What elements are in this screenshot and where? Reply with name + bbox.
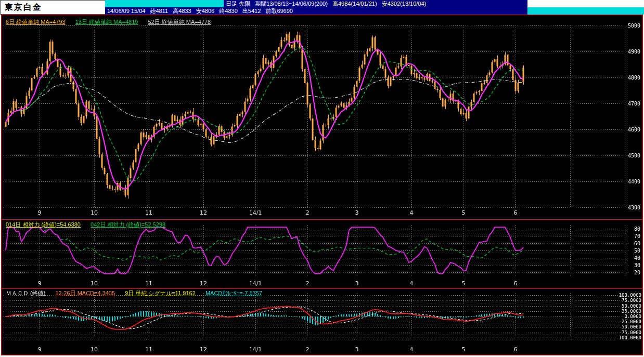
quote-datetime: 14/06/09 15/04	[107, 8, 145, 14]
quote-high: 高4833	[173, 8, 191, 14]
header-white-strip	[527, 0, 644, 7]
header-cyan-strip-2	[527, 7, 644, 15]
chart-area: 6日 終値単純 MA=4793 13日 終値単純 MA=4819 52日 終値単…	[1, 15, 643, 355]
contract-type: 日足 先限	[226, 1, 250, 7]
rsi-panel: 014日 相対力 (終値)=54.6380 042日 相対力 (終値)=52.5…	[2, 220, 642, 288]
price-chart-panel: 6日 終値単純 MA=4793 13日 終値単純 MA=4819 52日 終値単…	[2, 15, 642, 219]
macd-chart-canvas[interactable]	[2, 289, 642, 355]
quote-info-bar: 14/06/09 15/04 始4811 高4833 安4806 終4830 出…	[105, 7, 527, 15]
quote-close: 終4830	[219, 8, 237, 14]
header-cyan-strip	[105, 0, 224, 7]
quote-open: 始4811	[150, 8, 168, 14]
quote-low: 安4806	[196, 8, 214, 14]
chart-period: 期間13/08/13~14/06/09(200)	[255, 1, 328, 7]
rsi-chart-canvas[interactable]	[2, 220, 642, 288]
header-bar: 東京白金 日足 先限 期間13/08/13~14/06/09(200) 高498…	[0, 0, 644, 15]
quote-open-interest: 前取69690	[265, 8, 293, 14]
period-high: 高4984(14/01/21)	[332, 1, 377, 7]
quote-volume: 出5412	[242, 8, 261, 14]
candlestick-chart-canvas[interactable]	[2, 15, 642, 219]
period-low: 安4302(13/10/04)	[382, 1, 427, 7]
instrument-name: 東京白金	[1, 2, 42, 13]
contract-info-bar: 日足 先限 期間13/08/13~14/06/09(200) 高4984(14/…	[224, 0, 527, 7]
trading-terminal-window: 東京白金 日足 先限 期間13/08/13~14/06/09(200) 高498…	[0, 0, 644, 357]
macd-panel: ＭＡＣＤ (終値) 12-26日 MACD=4.3405 9日 単純 シグナル=…	[2, 289, 642, 355]
instrument-title-box: 東京白金	[0, 0, 106, 15]
